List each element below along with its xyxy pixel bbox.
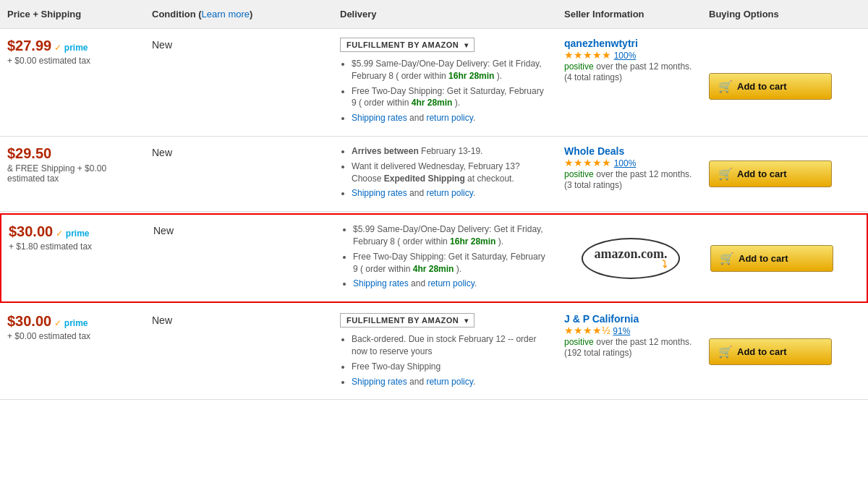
fulfillment-dropdown-4: ▾ (464, 317, 469, 325)
seller-rating-4[interactable]: 91% (613, 326, 630, 336)
fulfillment-dropdown-1: ▾ (464, 41, 469, 49)
seller-name-4[interactable]: J & P California (564, 313, 639, 325)
prime-check-1: ✓ (54, 43, 61, 53)
prime-badge-3: prime (66, 228, 90, 239)
time-highlight: 16hr 28min (448, 71, 494, 81)
seller-cell-4: J & P California ★★★★½ 91% positive over… (557, 304, 702, 399)
prime-badge-1: prime (64, 43, 88, 53)
buying-cell-4: 🛒 Add to cart (702, 304, 839, 399)
seller-rating-1[interactable]: 100% (614, 51, 637, 61)
seller-name-2[interactable]: Whole Deals (564, 145, 624, 157)
table-header: Price + Shipping Condition (Learn more) … (0, 0, 868, 29)
add-to-cart-button-3[interactable]: 🛒 Add to cart (710, 245, 833, 272)
seller-rating-2[interactable]: 100% (614, 158, 637, 168)
condition-text-3: New (153, 223, 327, 236)
condition-text-4: New (152, 313, 326, 326)
seller-stars-2: ★★★★★ (564, 157, 611, 168)
price-cell-2: $29.50 & FREE Shipping + $0.00 estimated… (0, 137, 145, 211)
col-header-price: Price + Shipping (0, 6, 145, 22)
learn-more-link[interactable]: Learn more (202, 9, 250, 20)
delivery-cell-4: FULFILLMENT BY AMAZON ▾ Back-ordered. Du… (333, 304, 557, 399)
delivery-item: Shipping rates and return policy. (352, 376, 550, 388)
seller-cell-1: qanezhenwtytri ★★★★★ 100% positive over … (557, 29, 702, 136)
price-value-1: $27.99 (7, 38, 51, 53)
delivery-list-1: $5.99 Same-Day/One-Day Delivery: Get it … (340, 58, 550, 124)
price-value-3: $30.00 (9, 223, 53, 239)
price-cell-1: $27.99 ✓prime + $0.00 estimated tax (0, 29, 145, 136)
seller-positive-4: positive (564, 337, 594, 347)
delivery-cell-2: Arrives between February 13-19. Want it … (333, 137, 557, 211)
return-policy-link[interactable]: return policy (427, 278, 474, 288)
time-highlight: 4hr 28min (412, 98, 453, 108)
price-value-4: $30.00 (7, 313, 51, 329)
fulfillment-badge-1[interactable]: FULFILLMENT BY AMAZON ▾ (340, 38, 475, 52)
delivery-cell-3: $5.99 Same-Day/One-Day Delivery: Get it … (334, 215, 558, 301)
table-row: $27.99 ✓prime + $0.00 estimated tax New … (0, 29, 868, 137)
delivery-item: Back-ordered. Due in stock February 12 -… (352, 333, 550, 358)
delivery-list-4: Back-ordered. Due in stock February 12 -… (340, 333, 550, 388)
table-row-highlighted: $30.00 ✓prime + $1.80 estimated tax New … (0, 213, 868, 303)
delivery-item: $5.99 Same-Day/One-Day Delivery: Get it … (353, 223, 551, 248)
amazon-logo-text: amazon.com. (595, 247, 668, 261)
tax-info-2: & FREE Shipping + $0.00 estimated tax (7, 163, 137, 184)
seller-positive-2: positive (564, 169, 594, 179)
return-policy-link[interactable]: return policy (426, 188, 472, 198)
col-header-condition-text: Condition ( (152, 9, 202, 20)
delivery-item: Free Two-Day Shipping: Get it Saturday, … (352, 85, 550, 110)
cart-icon-1: 🛒 (718, 80, 733, 93)
condition-cell-3: New (146, 215, 334, 301)
condition-cell-2: New (145, 137, 333, 211)
add-to-cart-label-1: Add to cart (737, 81, 787, 92)
seller-cell-2: Whole Deals ★★★★★ 100% positive over the… (557, 137, 702, 211)
price-cell-3: $30.00 ✓prime + $1.80 estimated tax (1, 215, 146, 301)
time-highlight: 16hr 28min (450, 236, 495, 247)
cart-icon-2: 🛒 (718, 167, 733, 181)
delivery-item: Shipping rates and return policy. (352, 112, 550, 124)
shipping-rates-link[interactable]: Shipping rates (352, 113, 407, 123)
delivery-item: Arrives between February 13-19. (352, 145, 550, 158)
shipping-rates-link[interactable]: Shipping rates (353, 278, 409, 288)
return-policy-link[interactable]: return policy (426, 113, 472, 123)
buying-cell-2: 🛒 Add to cart (702, 137, 839, 211)
add-to-cart-button-4[interactable]: 🛒 Add to cart (709, 338, 832, 365)
seller-stars-4: ★★★★ (564, 325, 602, 336)
seller-stars-1: ★★★★★ (564, 49, 611, 61)
seller-positive-1: positive (564, 61, 594, 72)
return-policy-link[interactable]: return policy (426, 377, 472, 387)
prime-badge-4: prime (64, 318, 88, 328)
condition-text-1: New (152, 38, 326, 51)
prime-check-3: ✓ (56, 228, 63, 239)
delivery-item: $5.99 Same-Day/One-Day Delivery: Get it … (352, 58, 550, 82)
col-header-seller: Seller Information (557, 6, 702, 22)
cart-icon-3: 🛒 (720, 252, 734, 265)
add-to-cart-button-2[interactable]: 🛒 Add to cart (709, 160, 832, 187)
col-header-buying: Buying Options (702, 6, 839, 22)
price-cell-4: $30.00 ✓prime + $0.00 estimated tax (0, 304, 145, 399)
tax-info-3: + $1.80 estimated tax (9, 241, 139, 252)
shipping-rates-link[interactable]: Shipping rates (352, 377, 407, 387)
time-highlight: 4hr 28min (413, 264, 454, 274)
col-header-condition: Condition (Learn more) (145, 6, 333, 22)
add-to-cart-label-4: Add to cart (737, 346, 787, 357)
condition-cell-4: New (145, 304, 333, 399)
buying-cell-1: 🛒 Add to cart (702, 29, 839, 136)
prime-check-4: ✓ (54, 318, 61, 328)
table-row: $30.00 ✓prime + $0.00 estimated tax New … (0, 304, 868, 400)
condition-cell-1: New (145, 29, 333, 136)
col-header-delivery: Delivery (333, 6, 557, 22)
shipping-rates-link[interactable]: Shipping rates (352, 188, 407, 198)
amazon-logo: amazon.com. ⤵ (582, 238, 681, 279)
delivery-item: Free Two-Day Shipping: Get it Saturday, … (353, 251, 551, 275)
delivery-list-3: $5.99 Same-Day/One-Day Delivery: Get it … (341, 223, 551, 290)
tax-info-4: + $0.00 estimated tax (7, 331, 137, 341)
cart-icon-4: 🛒 (718, 345, 733, 359)
table-row: $29.50 & FREE Shipping + $0.00 estimated… (0, 137, 868, 212)
add-to-cart-button-1[interactable]: 🛒 Add to cart (709, 73, 832, 100)
delivery-item: Shipping rates and return policy. (352, 187, 550, 200)
add-to-cart-label-2: Add to cart (737, 168, 787, 179)
seller-name-1[interactable]: qanezhenwtytri (564, 38, 638, 49)
delivery-item: Free Two-day Shipping (352, 361, 550, 373)
delivery-cell-1: FULFILLMENT BY AMAZON ▾ $5.99 Same-Day/O… (333, 29, 557, 136)
fulfillment-badge-4[interactable]: FULFILLMENT BY AMAZON ▾ (340, 313, 475, 328)
add-to-cart-label-3: Add to cart (739, 253, 788, 264)
